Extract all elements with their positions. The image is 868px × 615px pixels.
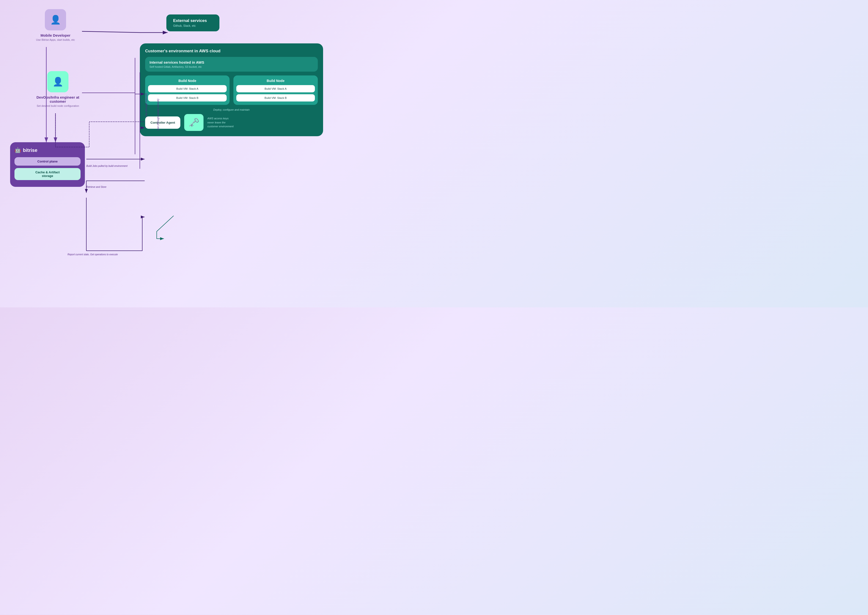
devops-engineer-name: DevOps/Infra engineer at customer — [31, 95, 84, 103]
aws-key-icon-box: 🗝️ — [184, 114, 203, 131]
devops-engineer-description: Set desired build node configuration — [37, 105, 79, 107]
use-internet-label: Use (through Internet) — [145, 93, 148, 117]
build-node-2-vm-a: Build VM: Stack A — [236, 85, 315, 92]
internal-services-title: Internal services hosted in AWS — [150, 60, 314, 64]
bitrise-logo-icon: 🤖 — [14, 147, 21, 153]
mobile-developer-description: Use Bitrise Apps, start builds, etc — [36, 38, 75, 41]
use-private-label: Use (through private network) — [157, 99, 159, 131]
cache-artifact-storage-box: Cache & Artifactstorage — [14, 168, 81, 180]
mobile-developer-avatar: 👤 — [45, 9, 66, 30]
aws-cloud-panel: Customer's environment in AWS cloud Inte… — [140, 44, 323, 136]
aws-panel-title: Customer's environment in AWS cloud — [145, 49, 318, 53]
mobile-developer-name: Mobile Developer — [41, 33, 70, 37]
control-plane-box: Control plane — [14, 157, 81, 165]
build-node-2-vm-b: Build VM: Stack B — [236, 94, 315, 101]
build-node-1-vm-a: Build VM: Stack A — [148, 85, 226, 92]
build-node-1-vm-b: Build VM: Stack B — [148, 94, 226, 101]
report-state-label: Report current state, Get operations to … — [67, 253, 118, 256]
devops-engineer-avatar: 👤 — [47, 71, 69, 92]
retrieve-store-label: Retrieve and Store — [86, 186, 106, 188]
external-services-panel: External services Github, Slack, etc — [166, 14, 219, 31]
person-icon: 👤 — [50, 15, 61, 25]
engineer-person-icon: 👤 — [53, 76, 63, 87]
build-node-2-title: Build Node — [236, 79, 315, 83]
internal-services-box: Internal services hosted in AWS Self hos… — [145, 57, 318, 72]
bitrise-logo-text: bitrise — [23, 148, 37, 153]
external-services-description: Github, Slack, etc — [173, 24, 213, 28]
build-jobs-label: Build Jobs pulled by build environment — [86, 165, 128, 167]
internal-services-description: Self hosted Gitlab, Artifactory, S3 buck… — [150, 66, 314, 68]
devops-engineer-section: 👤 DevOps/Infra engineer at customer Set … — [31, 71, 84, 107]
deploy-label: Deploy, configure and maintain — [145, 108, 318, 111]
mobile-developer-section: 👤 Mobile Developer Use Bitrise Apps, sta… — [31, 9, 80, 41]
build-nodes-row: Build Node Build VM: Stack A Build VM: S… — [145, 75, 318, 105]
aws-key-note: AWS access keysnever leave thecustomer e… — [208, 116, 318, 128]
bitrise-header: 🤖 bitrise — [14, 147, 81, 153]
controller-agent-box: Controller Agent — [145, 116, 180, 129]
build-node-1-title: Build Node — [148, 79, 226, 83]
key-icon: 🗝️ — [189, 117, 200, 128]
controller-row: Controller Agent 🗝️ AWS access keysnever… — [145, 114, 318, 131]
bitrise-panel: 🤖 bitrise Control plane Cache & Artifact… — [10, 142, 85, 187]
build-node-2: Build Node Build VM: Stack A Build VM: S… — [233, 75, 318, 105]
external-services-title: External services — [173, 18, 213, 23]
